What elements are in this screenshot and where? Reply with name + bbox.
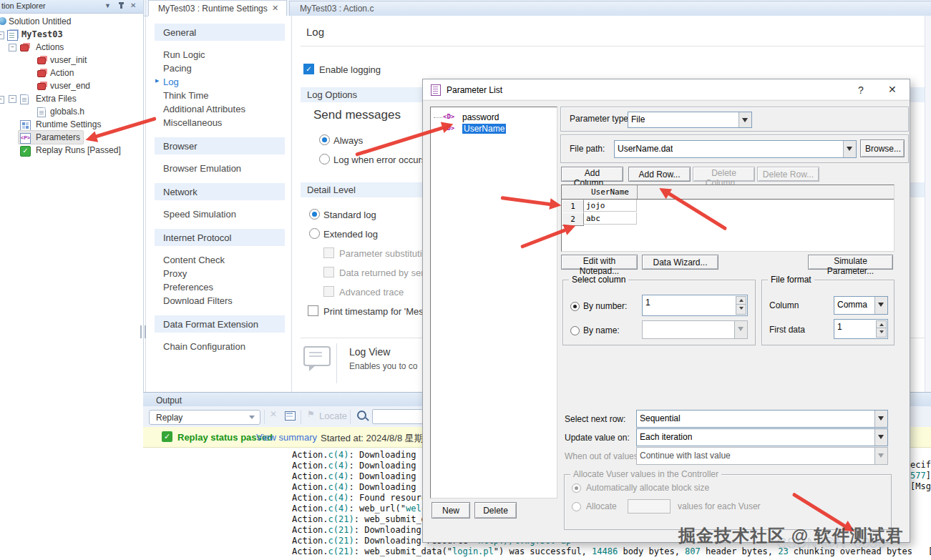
- parameter-type-label: Parameter type:: [570, 114, 630, 124]
- manual-allocate-radio[interactable]: [572, 502, 581, 511]
- tab-close-icon[interactable]: ✕: [272, 4, 278, 13]
- print-timestamp-checkbox[interactable]: [308, 305, 318, 316]
- category-header[interactable]: General: [155, 24, 285, 41]
- help-icon[interactable]: ?: [858, 84, 864, 96]
- category-item-pacing[interactable]: Pacing: [163, 63, 192, 74]
- expander-icon[interactable]: −: [9, 44, 16, 51]
- addcolumn-button[interactable]: Add Column...: [561, 167, 623, 182]
- divider: [301, 46, 925, 46]
- tree-item[interactable]: <P>Parameters: [0, 132, 143, 143]
- spin-down-icon[interactable]: [736, 304, 746, 315]
- clear-icon[interactable]: ✕: [270, 409, 277, 419]
- advanced-trace-checkbox[interactable]: [323, 286, 334, 297]
- category-item-log[interactable]: Log: [163, 77, 179, 87]
- pin-icon[interactable]: [120, 3, 122, 9]
- tree-item[interactable]: vuser_init: [0, 54, 143, 66]
- edit-with-notepad-button[interactable]: Edit with Notepad...: [561, 255, 638, 270]
- replay-log-selector[interactable]: Replay: [149, 410, 260, 425]
- tab-action-c[interactable]: MyTest03 : Action.c: [289, 1, 931, 17]
- standard-log-radio[interactable]: [309, 209, 320, 220]
- tab-runtime-settings[interactable]: MyTest03 : Runtime Settings ✕: [148, 0, 287, 16]
- row-number-cell[interactable]: 1: [562, 200, 584, 213]
- divider: [423, 100, 910, 101]
- expander-icon[interactable]: −: [0, 31, 4, 39]
- tree-item[interactable]: −Actions: [0, 41, 143, 53]
- parameter-data-table[interactable]: UserName 1 jojo2 abc: [561, 185, 895, 252]
- out-of-values-select[interactable]: Continue with last value: [636, 447, 888, 465]
- params-icon: <P>: [20, 133, 31, 144]
- parameter-substitution-checkbox[interactable]: [323, 247, 334, 258]
- search-icon[interactable]: [357, 411, 366, 420]
- log-on-error-label: Log when error occurs a: [333, 154, 434, 165]
- parameter-item-label: password: [462, 112, 499, 122]
- update-value-select[interactable]: Each iteration: [636, 428, 888, 446]
- data-wizard-button[interactable]: Data Wizard...: [642, 255, 718, 270]
- tree-item[interactable]: MyTest03: [0, 29, 143, 40]
- allocate-count-input[interactable]: [628, 499, 671, 514]
- watermark: 掘金技术社区 @ 软件测试君: [678, 524, 904, 547]
- category-item-browser-emulation[interactable]: Browser Emulation: [163, 163, 241, 174]
- by-name-select[interactable]: [642, 320, 748, 339]
- deleterow-button[interactable]: Delete Row...: [757, 167, 819, 182]
- by-number-input[interactable]: 1: [642, 295, 748, 316]
- extended-log-radio[interactable]: [309, 228, 320, 239]
- category-header[interactable]: Data Format Extension: [155, 315, 285, 333]
- enable-logging-checkbox[interactable]: ✓: [303, 64, 314, 74]
- category-header[interactable]: Browser: [155, 137, 285, 154]
- category-item-additional-attributes[interactable]: Additional Attributes: [163, 104, 245, 114]
- tree-item[interactable]: globals.h: [0, 106, 143, 117]
- category-item-run-logic[interactable]: Run Logic: [163, 49, 205, 60]
- dialog-titlebar[interactable]: Parameter List ? ✕: [423, 79, 910, 99]
- column-header[interactable]: UserName: [583, 187, 637, 197]
- select-next-row-label: Select next row:: [565, 414, 625, 424]
- table-cell[interactable]: abc: [583, 212, 637, 225]
- table-cell[interactable]: jojo: [583, 200, 637, 212]
- export-log-icon[interactable]: [285, 411, 296, 421]
- category-item-think-time[interactable]: Think Time: [163, 90, 209, 101]
- tree-item[interactable]: Action: [0, 67, 143, 79]
- parameter-type-select[interactable]: File: [628, 112, 752, 128]
- addrow-button[interactable]: Add Row...: [628, 167, 691, 182]
- column-format-select[interactable]: Comma: [834, 296, 888, 315]
- auto-allocate-radio[interactable]: [572, 483, 581, 493]
- category-header[interactable]: Network: [155, 183, 285, 200]
- browse-button[interactable]: Browse...: [860, 139, 905, 157]
- splitter-grip[interactable]: [140, 325, 146, 338]
- expander-icon[interactable]: −: [9, 95, 16, 103]
- scrollbar-track[interactable]: [925, 16, 931, 392]
- select-next-row-select[interactable]: Sequential: [636, 410, 888, 428]
- by-name-radio[interactable]: [570, 326, 580, 335]
- tree-item[interactable]: −Extra Files: [0, 93, 143, 104]
- simulate-parameter-button[interactable]: Simulate Parameter...: [808, 255, 893, 270]
- category-item-preferences[interactable]: Preferences: [163, 282, 213, 293]
- tree-item[interactable]: ✓Replay Runs [Passed]: [0, 144, 143, 156]
- always-radio[interactable]: [319, 134, 330, 145]
- data-returned-checkbox[interactable]: [323, 267, 334, 277]
- new-parameter-button[interactable]: New: [432, 502, 470, 519]
- tree-item[interactable]: vuser_end: [0, 80, 143, 92]
- close-icon[interactable]: ✕: [130, 1, 136, 9]
- deletecolumn-button[interactable]: Delete Column...: [693, 167, 755, 182]
- category-header[interactable]: Internet Protocol: [155, 229, 285, 246]
- category-item-speed-simulation[interactable]: Speed Simulation: [163, 209, 236, 220]
- spin-down-icon[interactable]: [876, 328, 887, 338]
- tree-item[interactable]: Solution Untitled: [0, 16, 143, 27]
- log-on-error-radio[interactable]: [319, 154, 330, 164]
- locate-button[interactable]: Locate: [319, 411, 347, 421]
- category-item-content-check[interactable]: Content Check: [163, 255, 225, 265]
- view-summary-link[interactable]: View summary: [256, 432, 317, 443]
- close-icon[interactable]: ✕: [888, 84, 897, 95]
- by-number-radio[interactable]: [570, 302, 580, 311]
- category-item-download-filters[interactable]: Download Filters: [163, 295, 233, 306]
- first-data-input[interactable]: 1: [834, 319, 888, 339]
- expander-icon[interactable]: −: [0, 96, 4, 104]
- category-item-proxy[interactable]: Proxy: [163, 268, 187, 279]
- log-view-title: Log View: [349, 346, 390, 358]
- delete-parameter-button[interactable]: Delete: [474, 502, 517, 519]
- settings-icon: [20, 120, 31, 131]
- chevron-down-icon[interactable]: ▼: [104, 2, 111, 9]
- category-item-miscellaneous[interactable]: Miscellaneous: [163, 117, 222, 128]
- parameter-tree[interactable]: <D> password <D> UserName: [430, 107, 557, 498]
- file-path-combo[interactable]: UserName.dat: [614, 140, 857, 158]
- category-item-chain-configuration[interactable]: Chain Configuration: [163, 341, 245, 352]
